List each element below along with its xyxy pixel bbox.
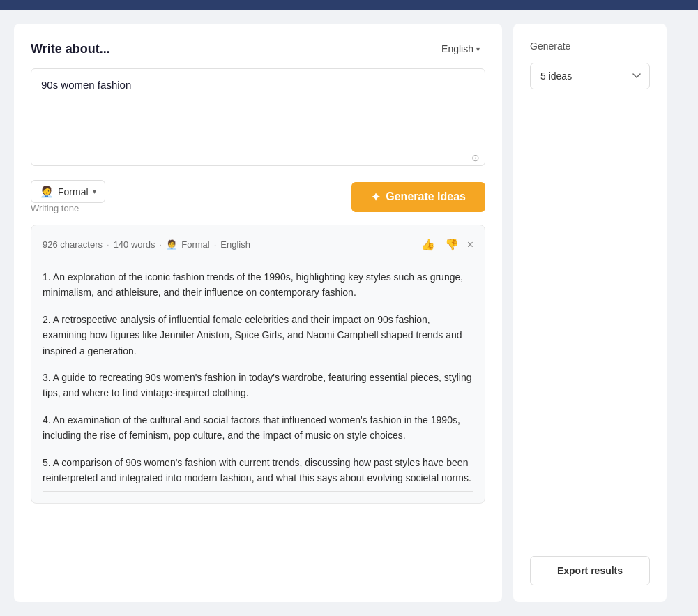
ideas-count-select[interactable]: 5 ideas 3 ideas 7 ideas 10 ideas bbox=[530, 63, 650, 89]
thumbs-down-button[interactable]: 👎 bbox=[443, 236, 460, 253]
thumbs-up-icon: 👍 bbox=[421, 238, 435, 251]
language-label: English bbox=[441, 43, 473, 54]
results-separator bbox=[43, 491, 473, 492]
result-language: English bbox=[220, 239, 250, 250]
writing-tone-label: Writing tone bbox=[31, 203, 105, 213]
tone-selector[interactable]: 🧑‍💼 Formal ▾ bbox=[31, 180, 105, 203]
result-text-5: 5. A comparison of 90s women's fashion w… bbox=[43, 457, 471, 483]
tone-row: 🧑‍💼 Formal ▾ Writing tone ✦ Generate Ide… bbox=[31, 180, 485, 213]
tone-chevron-icon: ▾ bbox=[93, 188, 96, 195]
generate-ideas-label: Generate Ideas bbox=[386, 190, 466, 203]
textarea-container: 90s women fashion ⊙ bbox=[31, 68, 485, 169]
tone-icon: 🧑‍💼 bbox=[40, 185, 54, 198]
app-container: Write about... English ▾ 90s women fashi… bbox=[0, 0, 698, 616]
result-item: 5. A comparison of 90s women's fashion w… bbox=[43, 455, 473, 486]
close-icon: × bbox=[467, 239, 473, 251]
characters-count: 926 characters bbox=[43, 239, 103, 250]
meta-dot-3: · bbox=[214, 239, 217, 250]
sparkle-icon: ✦ bbox=[371, 190, 380, 204]
resize-icon: ⊙ bbox=[471, 152, 480, 163]
results-content: 1. An exploration of the iconic fashion … bbox=[43, 269, 473, 486]
result-text-1: 1. An exploration of the iconic fashion … bbox=[43, 271, 463, 298]
generate-ideas-button[interactable]: ✦ Generate Ideas bbox=[351, 182, 485, 212]
tone-label: Formal bbox=[58, 186, 89, 197]
result-item: 2. A retrospective analysis of influenti… bbox=[43, 312, 473, 359]
meta-dot-1: · bbox=[107, 239, 109, 250]
result-text-2: 2. A retrospective analysis of influenti… bbox=[43, 314, 462, 356]
words-count: 140 words bbox=[114, 239, 155, 250]
results-meta-left: 926 characters · 140 words · 🧑‍💼 Formal … bbox=[43, 239, 250, 250]
right-panel: Generate 5 ideas 3 ideas 7 ideas 10 idea… bbox=[513, 24, 667, 602]
result-item: 4. An examination of the cultural and so… bbox=[43, 412, 473, 444]
left-panel: Write about... English ▾ 90s women fashi… bbox=[14, 24, 502, 602]
right-panel-spacer bbox=[530, 98, 650, 548]
result-text-3: 3. A guide to recreating 90s women's fas… bbox=[43, 372, 471, 398]
generate-label: Generate bbox=[530, 40, 650, 52]
meta-dot-2: · bbox=[160, 239, 162, 250]
chevron-down-icon: ▾ bbox=[476, 45, 480, 53]
thumbs-up-button[interactable]: 👍 bbox=[420, 236, 437, 253]
write-about-title: Write about... bbox=[31, 42, 110, 57]
write-about-header: Write about... English ▾ bbox=[31, 40, 485, 57]
results-meta: 926 characters · 140 words · 🧑‍💼 Formal … bbox=[43, 236, 473, 260]
top-bar bbox=[0, 0, 698, 10]
result-item: 3. A guide to recreating 90s women's fas… bbox=[43, 370, 473, 401]
results-container: 926 characters · 140 words · 🧑‍💼 Formal … bbox=[31, 225, 485, 504]
thumbs-down-icon: 👎 bbox=[445, 238, 459, 251]
topic-input[interactable]: 90s women fashion bbox=[31, 68, 485, 166]
result-text-4: 4. An examination of the cultural and so… bbox=[43, 414, 460, 441]
language-selector[interactable]: English ▾ bbox=[436, 40, 485, 57]
result-item: 1. An exploration of the iconic fashion … bbox=[43, 269, 473, 301]
results-meta-right: 👍 👎 × bbox=[420, 236, 473, 253]
result-tone: Formal bbox=[181, 239, 209, 250]
export-results-button[interactable]: Export results bbox=[530, 556, 650, 585]
main-content: Write about... English ▾ 90s women fashi… bbox=[0, 10, 698, 616]
result-tone-icon: 🧑‍💼 bbox=[166, 239, 177, 250]
close-results-button[interactable]: × bbox=[467, 239, 473, 251]
